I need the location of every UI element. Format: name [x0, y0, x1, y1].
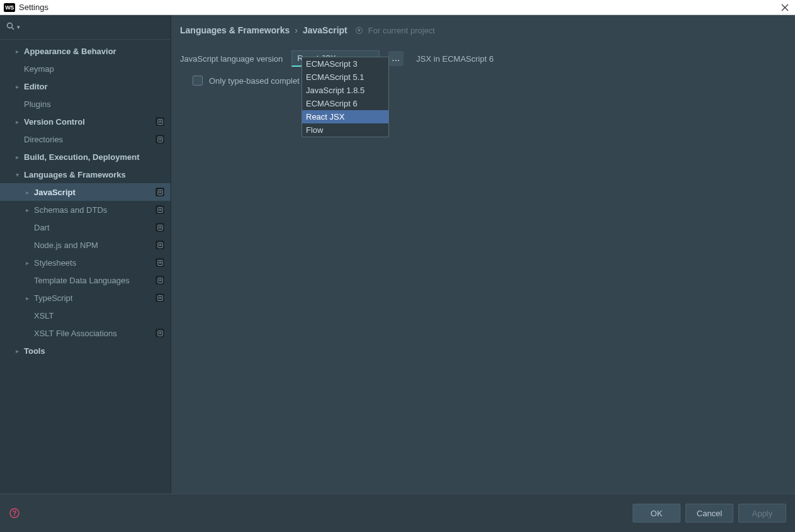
chevron-right-icon[interactable]: ▸ — [13, 154, 21, 161]
sidebar-item-plugins[interactable]: Plugins — [0, 95, 171, 113]
svg-rect-32 — [159, 332, 161, 332]
chevron-right-icon[interactable]: ▸ — [23, 207, 31, 213]
svg-rect-8 — [159, 138, 161, 139]
sidebar-item-label: Appearance & Behavior — [24, 47, 164, 56]
sidebar-item-build-execution-deployment[interactable]: ▸Build, Execution, Deployment — [0, 148, 171, 166]
language-version-label: JavaScript language version — [180, 54, 283, 64]
completion-checkbox-row: Only type-based complet — [171, 67, 795, 86]
cancel-button[interactable]: Cancel — [685, 504, 733, 523]
chevron-down-icon[interactable]: ▾ — [13, 171, 21, 178]
sidebar-item-editor[interactable]: ▸Editor — [0, 77, 171, 95]
breadcrumb-current: JavaScript — [303, 25, 347, 35]
language-version-dropdown[interactable]: ECMAScript 3ECMAScript 5.1JavaScript 1.8… — [302, 57, 389, 137]
sidebar-item-javascript[interactable]: ▸JavaScript — [0, 183, 171, 201]
sidebar-item-label: Languages & Frameworks — [24, 170, 164, 179]
chevron-right-icon[interactable]: ▸ — [13, 48, 21, 55]
sidebar-item-schemas-and-dtds[interactable]: ▸Schemas and DTDs — [0, 201, 171, 218]
divider — [0, 39, 171, 40]
sidebar-item-label: Version Control — [24, 117, 155, 127]
sidebar-item-label: XSLT File Associations — [34, 329, 155, 338]
sidebar-item-label: XSLT — [34, 311, 164, 320]
type-based-completion-checkbox[interactable] — [193, 76, 203, 86]
more-button[interactable]: ... — [388, 51, 403, 66]
sidebar-item-typescript[interactable]: ▸TypeScript — [0, 289, 171, 307]
project-scope-icon — [155, 293, 164, 302]
sidebar-item-label: Tools — [24, 346, 164, 356]
svg-rect-17 — [159, 226, 161, 227]
svg-rect-14 — [159, 208, 161, 209]
content-panel: Languages & Frameworks › JavaScript ⦿ Fo… — [171, 15, 795, 494]
sidebar: ▾ ▸Appearance & BehaviorKeymap▸EditorPlu… — [0, 15, 171, 494]
sidebar-item-label: Plugins — [24, 99, 164, 109]
sidebar-item-label: Keymap — [24, 64, 164, 74]
svg-rect-6 — [159, 122, 161, 122]
close-icon[interactable] — [779, 1, 791, 14]
chevron-right-icon[interactable]: ▸ — [23, 259, 31, 266]
chevron-right-icon[interactable]: ▸ — [13, 118, 21, 125]
svg-rect-5 — [159, 120, 161, 121]
svg-rect-9 — [159, 139, 161, 140]
sidebar-item-stylesheets[interactable]: ▸Stylesheets — [0, 254, 171, 271]
ok-button[interactable]: OK — [633, 504, 680, 523]
svg-rect-18 — [159, 227, 161, 228]
sidebar-item-keymap[interactable]: Keymap — [0, 60, 171, 77]
breadcrumb-separator: › — [295, 25, 298, 35]
svg-rect-30 — [159, 298, 161, 298]
project-scope-icon — [155, 117, 164, 126]
breadcrumb: Languages & Frameworks › JavaScript ⦿ Fo… — [171, 15, 795, 40]
sidebar-item-label: Node.js and NPM — [34, 241, 155, 250]
dropdown-option-ecmascript-6[interactable]: ECMAScript 6 — [302, 97, 388, 110]
project-scope-icon — [155, 241, 164, 249]
sidebar-item-template-data-languages[interactable]: Template Data Languages — [0, 271, 171, 289]
svg-rect-21 — [159, 245, 161, 246]
svg-rect-20 — [159, 244, 161, 244]
sidebar-item-tools[interactable]: ▸Tools — [0, 342, 171, 359]
dropdown-option-ecmascript-3[interactable]: ECMAScript 3 — [302, 57, 388, 71]
project-scope-icon — [155, 188, 164, 196]
dropdown-option-react-jsx[interactable]: React JSX — [302, 110, 388, 123]
sidebar-item-node-js-and-npm[interactable]: Node.js and NPM — [0, 236, 171, 254]
project-scope-icon — [155, 205, 164, 214]
apply-button[interactable]: Apply — [738, 504, 786, 523]
sidebar-item-dart[interactable]: Dart — [0, 218, 171, 236]
sidebar-item-version-control[interactable]: ▸Version Control — [0, 113, 171, 130]
svg-rect-23 — [159, 261, 161, 262]
svg-rect-12 — [159, 192, 161, 193]
sidebar-item-label: Directories — [24, 135, 155, 144]
sidebar-item-label: Stylesheets — [34, 258, 155, 268]
breadcrumb-parent[interactable]: Languages & Frameworks — [180, 25, 290, 35]
project-scope-icon — [155, 223, 164, 232]
app-badge: WS — [4, 3, 15, 12]
scope-icon: ⦿ — [355, 26, 363, 35]
svg-rect-29 — [159, 297, 161, 297]
sidebar-item-label: Build, Execution, Deployment — [24, 152, 164, 162]
titlebar: WS Settings — [0, 0, 795, 15]
svg-line-3 — [12, 27, 14, 30]
chevron-right-icon[interactable]: ▸ — [23, 295, 31, 302]
sidebar-item-xslt-file-associations[interactable]: XSLT File Associations — [0, 324, 171, 342]
dropdown-option-javascript-1-8-5[interactable]: JavaScript 1.8.5 — [302, 84, 388, 97]
sidebar-item-appearance-behavior[interactable]: ▸Appearance & Behavior — [0, 42, 171, 60]
svg-rect-33 — [159, 333, 161, 334]
project-scope-icon — [155, 276, 164, 285]
svg-rect-27 — [159, 280, 161, 281]
language-version-row: JavaScript language version React JSX ▼ … — [171, 40, 795, 67]
chevron-right-icon[interactable]: ▸ — [23, 189, 31, 196]
svg-rect-11 — [159, 191, 161, 191]
sidebar-item-languages-frameworks[interactable]: ▾Languages & Frameworks — [0, 166, 171, 183]
svg-text:?: ? — [13, 509, 17, 517]
dropdown-option-ecmascript-5-1[interactable]: ECMAScript 5.1 — [302, 71, 388, 84]
dropdown-option-flow[interactable]: Flow — [302, 123, 388, 137]
search-input[interactable]: ▾ — [0, 15, 171, 39]
help-button[interactable]: ? — [9, 507, 20, 519]
project-scope-icon — [155, 135, 164, 144]
sidebar-item-directories[interactable]: Directories — [0, 130, 171, 148]
chevron-right-icon[interactable]: ▸ — [13, 348, 21, 354]
settings-tree[interactable]: ▸Appearance & BehaviorKeymap▸EditorPlugi… — [0, 42, 171, 494]
svg-rect-24 — [159, 263, 161, 263]
project-scope-icon — [155, 329, 164, 337]
sidebar-item-xslt[interactable]: XSLT — [0, 307, 171, 324]
sidebar-item-label: Template Data Languages — [34, 276, 155, 285]
chevron-right-icon[interactable]: ▸ — [13, 83, 21, 90]
sidebar-item-label: Dart — [34, 223, 155, 232]
